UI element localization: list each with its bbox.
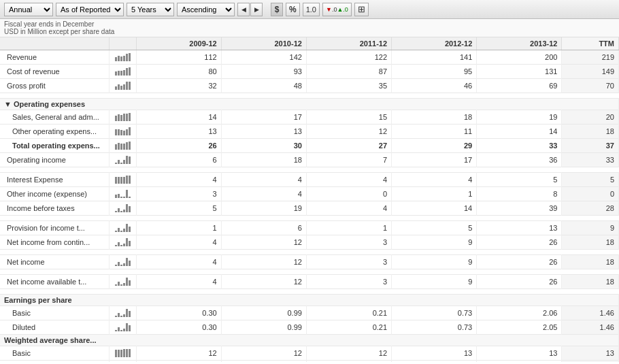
row-value: 4 <box>306 173 391 187</box>
period-select[interactable]: Annual Quarterly TTM <box>4 3 53 16</box>
row-value: 26 <box>136 139 221 153</box>
row-chart <box>109 110 136 125</box>
arrows-button[interactable]: ▼.0▲.0 <box>322 3 352 16</box>
row-value: 7 <box>306 153 391 167</box>
row-value: 112 <box>136 50 221 65</box>
row-value: 141 <box>392 50 477 65</box>
multiplier-button[interactable]: 1.0 <box>303 3 320 16</box>
row-chart <box>109 255 136 269</box>
copy-button[interactable]: ⊞ <box>354 3 369 16</box>
toolbar: Annual Quarterly TTM As of Reported Rest… <box>0 0 619 19</box>
table-row: Net income available t...412392618 <box>0 275 619 289</box>
row-value: 4 <box>221 173 306 187</box>
row-value: 3 <box>306 275 391 289</box>
col-2009: 2009-12 <box>136 37 221 50</box>
row-label: Net income from contin... <box>0 235 109 250</box>
row-value: 131 <box>477 65 562 79</box>
row-value: 13 <box>136 125 221 139</box>
spacer-row <box>0 167 619 173</box>
spacer-row <box>0 250 619 255</box>
row-value: 80 <box>136 65 221 79</box>
row-value: 4 <box>221 187 306 201</box>
row-value: 0.73 <box>392 306 477 320</box>
row-value: 13 <box>306 361 391 363</box>
years-select[interactable]: 5 Years 3 Years 10 Years <box>127 3 174 16</box>
row-value: 6 <box>221 221 306 235</box>
prev-button[interactable]: ◀ <box>237 3 250 16</box>
row-chart <box>109 65 136 79</box>
row-label: Provision for income t... <box>0 221 109 235</box>
row-value: 0.30 <box>136 306 221 320</box>
row-value: 4 <box>306 201 391 216</box>
table-row: Cost of revenue80938795131149 <box>0 65 619 79</box>
row-value: 14 <box>392 201 477 216</box>
row-value: 20 <box>562 110 619 125</box>
row-value: 13 <box>477 361 562 363</box>
row-value: 200 <box>477 50 562 65</box>
spacer-row <box>0 93 619 99</box>
row-value: 0 <box>306 187 391 201</box>
row-value: 95 <box>392 65 477 79</box>
row-value: 18 <box>562 235 619 250</box>
row-chart <box>109 346 136 361</box>
table-row: Interest Expense444455 <box>0 173 619 187</box>
dollar-button[interactable]: $ <box>271 3 283 16</box>
row-value: 12 <box>221 346 306 361</box>
pct-button[interactable]: % <box>286 3 300 16</box>
row-value: 1.46 <box>562 320 619 335</box>
row-value: 9 <box>392 275 477 289</box>
row-value: 19 <box>221 201 306 216</box>
row-label: Other operating expens... <box>0 125 109 139</box>
row-value: 4 <box>392 173 477 187</box>
col-2010: 2010-12 <box>221 37 306 50</box>
row-value: 2.05 <box>477 320 562 335</box>
row-value: 18 <box>392 110 477 125</box>
row-value: 39 <box>477 201 562 216</box>
row-value: 4 <box>136 235 221 250</box>
row-value: 12 <box>136 346 221 361</box>
row-value: 18 <box>562 275 619 289</box>
section-row: Weighted average share... <box>0 335 619 346</box>
table-row: Other operating expens...131312111418 <box>0 125 619 139</box>
row-label: Diluted <box>0 320 109 335</box>
row-value: 13 <box>221 125 306 139</box>
row-value: 13 <box>392 346 477 361</box>
row-value: 12 <box>136 361 221 363</box>
spacer-row <box>0 289 619 295</box>
table-row: Total operating expens...263027293337 <box>0 139 619 153</box>
row-value: 33 <box>477 139 562 153</box>
section-label: Earnings per share <box>0 295 619 306</box>
row-value: 13 <box>477 346 562 361</box>
row-chart <box>109 79 136 93</box>
row-chart <box>109 50 136 65</box>
row-value: 0.73 <box>392 320 477 335</box>
row-value: 2.06 <box>477 306 562 320</box>
row-chart <box>109 306 136 320</box>
row-value: 0.99 <box>221 320 306 335</box>
row-value: 3 <box>306 235 391 250</box>
table-row: Sales, General and adm...141715181920 <box>0 110 619 125</box>
row-value: 18 <box>562 125 619 139</box>
row-value: 219 <box>562 50 619 65</box>
table-row: Revenue112142122141200219 <box>0 50 619 65</box>
row-value: 28 <box>562 201 619 216</box>
order-select[interactable]: Ascending Descending <box>177 3 235 16</box>
row-value: 48 <box>221 79 306 93</box>
label-header <box>0 37 109 50</box>
section-row: ▼ Operating expenses <box>0 99 619 110</box>
row-value: 12 <box>306 346 391 361</box>
row-label: Other income (expense) <box>0 187 109 201</box>
row-value: 69 <box>477 79 562 93</box>
row-value: 15 <box>306 110 391 125</box>
row-value: 36 <box>477 153 562 167</box>
row-label: Cost of revenue <box>0 65 109 79</box>
table-row: Income before taxes5194143928 <box>0 201 619 216</box>
reported-select[interactable]: As of Reported Restated <box>56 3 124 16</box>
table-row: Basic121212131313 <box>0 346 619 361</box>
col-ttm: TTM <box>562 37 619 50</box>
row-value: 9 <box>392 255 477 269</box>
next-button[interactable]: ▶ <box>250 3 263 16</box>
row-value: 35 <box>306 79 391 93</box>
row-value: 0.21 <box>306 306 391 320</box>
row-value: 26 <box>477 235 562 250</box>
